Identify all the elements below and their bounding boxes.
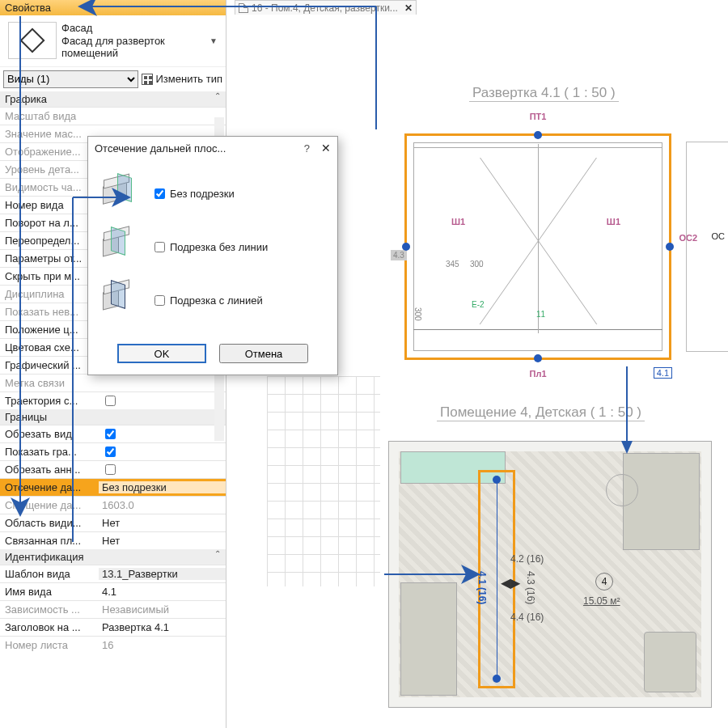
no-clip-checkbox[interactable] xyxy=(154,188,165,199)
cancel-button[interactable]: Отмена xyxy=(219,344,308,363)
dim-300: 300 xyxy=(470,260,484,269)
group-ident[interactable]: Идентификация⌃ xyxy=(0,549,226,565)
room-area: 15.05 м² xyxy=(583,595,620,607)
help-icon[interactable]: ? xyxy=(304,142,310,154)
trajectory-checkbox[interactable] xyxy=(105,396,116,406)
dim-345: 345 xyxy=(446,260,459,269)
far-clip-row[interactable]: Отсечение да...Без подрезки xyxy=(0,478,226,496)
document-tab[interactable]: 16 - Пом.4, Детская, развертки... ✕ xyxy=(235,0,417,15)
arrow-elev-to-plan xyxy=(615,366,639,458)
edit-type-button[interactable]: Изменить тип xyxy=(142,73,222,85)
sheet-grid xyxy=(267,376,380,586)
type-line1: Фасад xyxy=(61,22,205,35)
type-line3: помещений xyxy=(61,47,205,60)
room-badge: 4 xyxy=(595,573,613,590)
chevron-down-icon[interactable]: ▼ xyxy=(205,36,222,45)
neighbor-elevation: ОС xyxy=(686,142,728,352)
crop-handle[interactable] xyxy=(534,354,542,362)
elevation-view[interactable]: ПТ1 Пл1 Ш1 Ш1 ОС2 345 300 300 11 E-2 4.3… xyxy=(404,133,671,360)
no-clip-icon xyxy=(99,177,137,210)
option-no-clip[interactable]: Без подрезки xyxy=(99,177,326,210)
type-selector[interactable]: Фасад Фасад для разверток помещений ▼ xyxy=(0,15,226,67)
plan-view[interactable]: ◀▶ 4.2 (16) 4.3 (16) 4.4 (16) 4.1 (16) 4… xyxy=(388,441,712,708)
dialog-title: Отсечение дальней плос... xyxy=(95,142,293,154)
option-clip-noline[interactable]: Подрезка без линии xyxy=(99,231,326,263)
crop-ann-checkbox[interactable] xyxy=(105,464,116,475)
label-11: 11 xyxy=(536,310,545,319)
label-sh1b: Ш1 xyxy=(607,217,620,226)
label-v41: 4.1 (16) xyxy=(476,571,488,604)
group-graphics[interactable]: Графика⌃ xyxy=(0,91,226,107)
crop-handle[interactable] xyxy=(402,243,410,251)
grid-icon xyxy=(142,74,153,85)
extent-handle[interactable] xyxy=(493,476,501,484)
label-sh1: Ш1 xyxy=(451,217,465,226)
group-bounds[interactable]: Границы⌃ xyxy=(0,409,226,425)
clip-noline-checkbox[interactable] xyxy=(154,242,165,252)
dim-300b: 300 xyxy=(413,307,422,321)
type-line2: Фасад для разверток xyxy=(61,35,205,48)
elevation-title: Развертка 4.1 ( 1 : 50 ) xyxy=(469,85,619,102)
far-clip-dialog: Отсечение дальней плос... ? ✕ Без подрез… xyxy=(87,136,338,375)
option-clip-line[interactable]: Подрезка с линией xyxy=(99,284,326,316)
document-tab-bar: 16 - Пом.4, Детская, развертки... ✕ xyxy=(226,0,417,15)
label-v42: 4.2 (16) xyxy=(510,553,544,565)
document-icon xyxy=(239,3,248,13)
label-v44: 4.4 (16) xyxy=(510,612,544,623)
label-43: 4.3 xyxy=(391,250,407,260)
crop-handle[interactable] xyxy=(534,131,542,139)
elev-detail-41[interactable]: 4.1 xyxy=(654,367,672,379)
close-dialog-icon[interactable]: ✕ xyxy=(321,142,331,154)
label-v43: 4.3 (16) xyxy=(525,571,536,604)
ok-button[interactable]: OK xyxy=(117,344,206,363)
camera-glyph[interactable]: ◀▶ xyxy=(501,575,520,590)
extent-handle[interactable] xyxy=(493,675,501,683)
document-tab-title: 16 - Пом.4, Детская, развертки... xyxy=(252,2,398,14)
views-filter-select[interactable]: Виды (1) xyxy=(3,70,138,88)
crop-view-checkbox[interactable] xyxy=(105,429,116,439)
close-tab-icon[interactable]: ✕ xyxy=(404,2,413,14)
label-pl1: Пл1 xyxy=(529,369,546,379)
clip-noline-icon xyxy=(99,231,137,263)
crop-handle[interactable] xyxy=(666,243,674,251)
label-pt1: ПТ1 xyxy=(530,112,547,121)
show-crop-checkbox[interactable] xyxy=(105,447,116,457)
clip-line-icon xyxy=(99,284,137,316)
clip-line-checkbox[interactable] xyxy=(154,295,165,306)
plan-title: Помещение 4, Детская ( 1 : 50 ) xyxy=(437,404,645,421)
elevation-icon xyxy=(8,22,57,59)
properties-header: Свойства xyxy=(0,0,226,15)
svg-marker-1 xyxy=(621,441,633,454)
label-e2: E-2 xyxy=(472,300,485,309)
